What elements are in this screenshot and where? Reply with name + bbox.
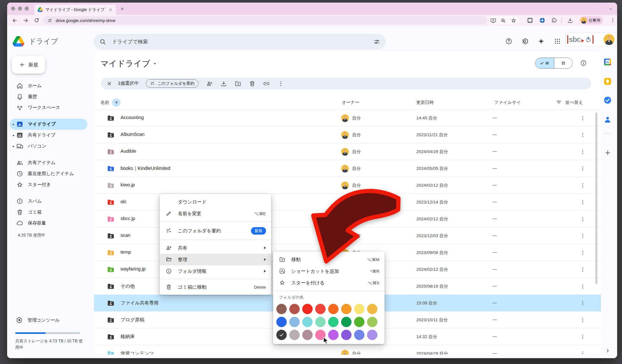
sidebar-item-computer[interactable]: ▸パソコン	[10, 141, 87, 152]
sidebar-item-clock[interactable]: 最近使用したアイテム	[10, 168, 87, 179]
tasks-app-icon[interactable]	[603, 96, 612, 105]
color-swatch[interactable]	[276, 330, 287, 340]
share-button-icon[interactable]	[206, 80, 213, 87]
color-swatch[interactable]	[302, 304, 313, 314]
file-row[interactable]: 学習コンテンツ 自分2024/04/29 自分—	[94, 345, 601, 355]
bookmark-star-icon[interactable]	[511, 17, 517, 24]
color-swatch[interactable]	[328, 304, 339, 314]
add-panel-app-icon[interactable]	[603, 148, 612, 157]
color-swatch[interactable]	[328, 317, 339, 327]
row-more-icon[interactable]	[579, 131, 586, 138]
menu-item[interactable]: このフォルダを要約新規	[160, 224, 271, 238]
file-row[interactable]: books｜KindleUnlimited 自分2024/05/05 自分—	[94, 160, 601, 177]
row-more-icon[interactable]	[579, 232, 586, 239]
sort-direction-button[interactable]	[112, 98, 121, 107]
new-tab-button[interactable]	[120, 6, 125, 11]
browser-tab[interactable]: マイドライブ - Google ドライブ	[34, 5, 116, 15]
menu-item[interactable]: フォルダ情報	[160, 265, 271, 277]
color-swatch[interactable]	[289, 317, 300, 327]
sidebar-item-trash[interactable]: ゴミ箱	[10, 207, 87, 218]
sidebar-item-alert[interactable]: スパム	[10, 196, 87, 207]
details-info-icon[interactable]	[580, 60, 587, 67]
admin-console-item[interactable]: 管理コンソール	[16, 316, 60, 324]
sidebar-item-star[interactable]: スター付き	[10, 179, 87, 190]
column-size[interactable]: ファイルサイ	[494, 100, 521, 105]
row-more-icon[interactable]	[579, 165, 586, 172]
color-swatch[interactable]	[302, 317, 313, 327]
copy-link-button-icon[interactable]	[263, 80, 270, 87]
color-swatch[interactable]	[367, 317, 377, 327]
file-row[interactable]: kiwo.jp 自分2024/02/12 自分—	[94, 177, 601, 194]
calendar-app-icon[interactable]: 31	[603, 58, 612, 66]
sidebar-item-workspaces[interactable]: ワークスペース	[10, 102, 87, 113]
row-more-icon[interactable]	[579, 333, 586, 340]
sidebar-item-people[interactable]: 共有アイテム	[10, 157, 87, 168]
help-icon[interactable]	[505, 37, 513, 45]
download-button-icon[interactable]	[220, 80, 227, 87]
sidebar-item-bell[interactable]: 履歴	[10, 91, 87, 102]
line-extension-icon[interactable]	[527, 17, 533, 24]
search-bar[interactable]: ドライブで検索	[94, 34, 386, 50]
color-swatch[interactable]	[289, 304, 300, 314]
row-more-icon[interactable]	[579, 316, 586, 324]
row-more-icon[interactable]	[579, 350, 586, 355]
row-more-icon[interactable]	[579, 283, 586, 290]
browser-menu-icon[interactable]	[610, 17, 616, 23]
menu-item[interactable]: 整理	[160, 254, 271, 265]
sidebar-item-mydrive[interactable]: ▸マイドライブ	[10, 119, 87, 130]
menu-item[interactable]: スターを付ける⌥⌘S	[273, 277, 385, 289]
color-swatch[interactable]	[276, 317, 287, 327]
color-swatch[interactable]	[341, 330, 351, 340]
menu-item[interactable]: 名前を変更⌥⌘E	[160, 208, 271, 219]
minimize-window-button[interactable]	[18, 6, 22, 11]
gem-sparkle-icon[interactable]	[537, 37, 545, 45]
summarize-folder-button[interactable]: このフォルダを要約	[146, 79, 199, 88]
column-sort[interactable]: 並べ替え	[565, 100, 583, 105]
color-swatch[interactable]	[354, 304, 364, 314]
color-swatch[interactable]	[315, 304, 326, 314]
maximize-window-button[interactable]	[25, 6, 29, 11]
row-more-icon[interactable]	[579, 300, 586, 307]
zoom-icon[interactable]	[500, 17, 506, 24]
drive-logo-icon[interactable]	[13, 36, 24, 47]
close-window-button[interactable]	[11, 6, 15, 11]
file-row[interactable]: Audible 自分2024/04/29 自分—	[94, 143, 601, 160]
save-page-icon[interactable]	[490, 17, 496, 24]
expand-arrow-icon[interactable]: ▸	[11, 134, 16, 137]
new-button[interactable]: 新規	[12, 56, 45, 74]
reload-button[interactable]	[34, 17, 40, 23]
keep-app-icon[interactable]	[603, 77, 612, 86]
trash-button-icon[interactable]	[248, 80, 256, 87]
page-title[interactable]: マイドライブ	[100, 58, 158, 69]
color-swatch[interactable]	[289, 330, 300, 340]
site-settings-icon[interactable]	[47, 18, 52, 23]
color-swatch[interactable]	[315, 330, 326, 340]
move-button-icon[interactable]	[234, 80, 241, 87]
contacts-app-icon[interactable]	[603, 115, 612, 124]
sidebar-item-home[interactable]: ホーム	[10, 80, 87, 91]
hide-panel-icon[interactable]	[603, 346, 612, 355]
search-icon[interactable]	[99, 38, 106, 45]
column-owner[interactable]: オーナー	[342, 100, 360, 105]
color-swatch[interactable]	[276, 304, 287, 314]
more-actions-icon[interactable]	[277, 80, 284, 87]
settings-gear-icon[interactable]	[521, 37, 529, 45]
profile-chip[interactable]: 仕事用	[580, 16, 603, 25]
row-more-icon[interactable]	[579, 199, 586, 206]
file-row[interactable]: Accounting 自分14:45 自分—	[94, 110, 601, 127]
account-avatar[interactable]	[604, 34, 615, 45]
search-filter-icon[interactable]	[373, 38, 380, 45]
blue-extension-icon[interactable]	[539, 17, 546, 24]
sidebar-item-shared_drive[interactable]: ▸共有ドライブ	[10, 130, 87, 141]
color-swatch[interactable]	[354, 317, 364, 327]
color-swatch[interactable]	[302, 330, 313, 340]
menu-item[interactable]: ショートカットを追加^⌘R	[273, 265, 385, 277]
file-row[interactable]: AlbumScan 自分2023/11/21 自分—	[94, 127, 601, 143]
color-swatch[interactable]	[367, 304, 377, 314]
grid-view-button[interactable]	[554, 58, 573, 68]
back-button[interactable]	[12, 17, 18, 24]
column-name[interactable]: 名前	[100, 100, 109, 105]
row-more-icon[interactable]	[579, 148, 586, 155]
color-swatch[interactable]	[341, 304, 351, 314]
extensions-puzzle-icon[interactable]	[551, 17, 557, 23]
